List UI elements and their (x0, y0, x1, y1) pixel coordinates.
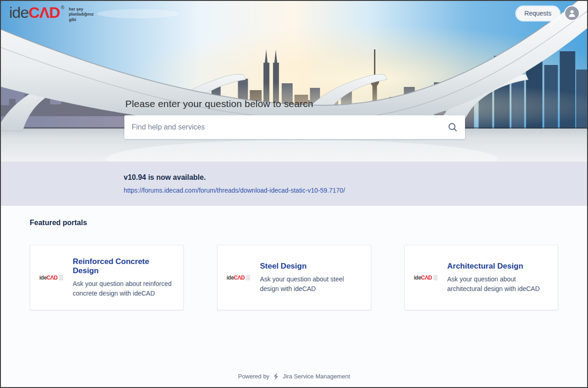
search-bar (124, 115, 465, 139)
featured-portals-heading: Featured portals (30, 219, 87, 227)
hero-banner: ideCΛD® her şey planladığınız gibi Reque… (1, 1, 587, 162)
announcement-download-link[interactable]: https://forums.idecad.com/forum/threads/… (124, 187, 345, 194)
portal-card-description: Ask your question about architectural de… (447, 275, 548, 294)
help-center-page: ideCΛD® her şey planladığınız gibi Reque… (0, 0, 588, 388)
idecad-logo: ideCΛD® her şey planladığınız gibi (9, 5, 94, 22)
mini-logo-cad: CΛD (421, 275, 432, 281)
portal-card-title: Reinforced Concrete Design (73, 257, 173, 275)
portal-card-steel-design[interactable]: ideCΛD Steel Design Ask your question ab… (217, 245, 371, 310)
idecad-mini-logo: ideCΛD (227, 275, 245, 281)
portal-cards-row: ideCΛD Reinforced Concrete Design Ask yo… (30, 245, 558, 310)
search-icon[interactable] (448, 122, 458, 132)
mini-logo-ide: ide (39, 275, 47, 281)
mini-logo-fineprint (246, 275, 250, 280)
user-avatar-button[interactable] (564, 5, 580, 21)
topbar-actions: Requests (516, 5, 580, 21)
portal-card-architectural-design[interactable]: ideCΛD Architectural Design Ask your que… (404, 245, 558, 310)
logo-tagline-line2: planladığınız (69, 12, 94, 17)
jira-service-management-icon (273, 373, 279, 380)
logo-ide-text: ide (9, 5, 28, 20)
portal-card-logo: ideCΛD (414, 275, 440, 281)
search-prompt-heading: Please enter your question below to sear… (125, 98, 313, 109)
registered-trademark-symbol: ® (61, 5, 64, 10)
search-input[interactable] (132, 123, 448, 131)
logo-tagline: her şey planladığınız gibi (69, 7, 94, 22)
announcement-title: v10.94 is now available. (124, 173, 465, 182)
portal-card-logo: ideCΛD (39, 275, 66, 281)
portal-card-text: Reinforced Concrete Design Ask your ques… (73, 257, 173, 298)
portal-card-reinforced-concrete[interactable]: ideCΛD Reinforced Concrete Design Ask yo… (30, 245, 184, 310)
idecad-mini-logo: ideCΛD (414, 275, 432, 281)
portal-card-text: Steel Design Ask your question about ste… (260, 262, 361, 294)
portal-card-logo: ideCΛD (227, 275, 253, 281)
logo-tagline-line3: gibi (69, 17, 94, 22)
announcement-content: v10.94 is now available. https://forums.… (124, 162, 465, 194)
jira-service-management-label: Jira Service Management (283, 373, 350, 380)
portal-card-title: Steel Design (260, 262, 361, 271)
logo-cad-text: CΛD (28, 5, 60, 20)
mini-logo-fineprint (433, 275, 438, 280)
announcement-banner: v10.94 is now available. https://forums.… (1, 162, 587, 206)
portal-card-title: Architectural Design (447, 262, 548, 271)
mini-logo-cad: CΛD (234, 275, 245, 281)
portal-card-description: Ask your question about steel design wit… (260, 275, 361, 294)
main-content: Featured portals ideCΛD Reinforced Concr… (1, 206, 587, 387)
mini-logo-ide: ide (414, 275, 421, 281)
requests-button[interactable]: Requests (516, 6, 560, 21)
portal-card-description: Ask your question about reinforced concr… (73, 279, 173, 298)
idecad-mini-logo: ideCΛD (39, 275, 58, 281)
powered-by-label: Powered by (238, 373, 269, 380)
idecad-logo-wordmark: ideCΛD® (9, 5, 64, 20)
mini-logo-ide: ide (227, 275, 234, 281)
top-navigation-bar: ideCΛD® her şey planladığınız gibi Reque… (1, 1, 587, 27)
person-icon (567, 9, 577, 18)
footer: Powered by Jira Service Management (1, 373, 587, 380)
logo-tagline-line1: her şey (69, 7, 94, 12)
mini-logo-fineprint (59, 275, 63, 280)
mini-logo-cad: CΛD (47, 275, 58, 281)
portal-card-text: Architectural Design Ask your question a… (447, 262, 548, 294)
